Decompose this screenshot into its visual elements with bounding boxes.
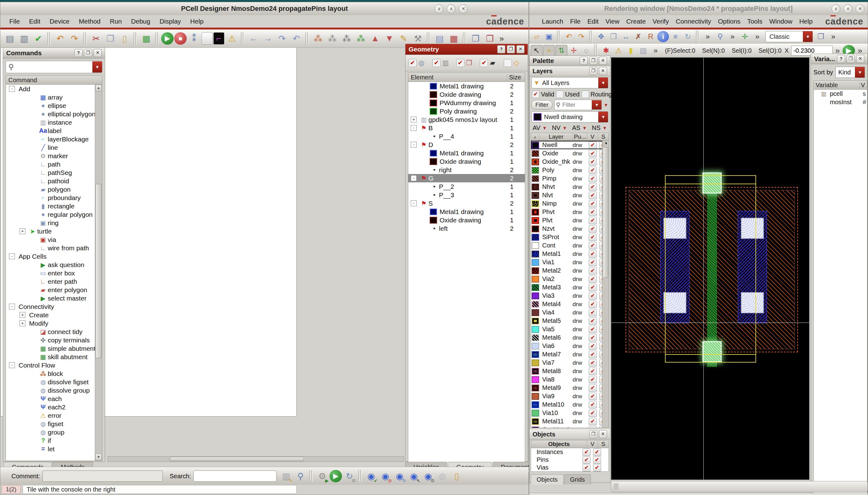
panel-tab[interactable]: Objects — [531, 474, 564, 484]
variables-table-header[interactable]: Variable V — [813, 80, 867, 90]
close-button[interactable]: ✕ — [94, 49, 102, 57]
visible-checkbox[interactable]: ✔ — [589, 292, 597, 300]
eye-block-icon[interactable]: ◉⊘ — [378, 469, 392, 483]
hatch-disabled-icon[interactable]: ▨ — [637, 45, 649, 56]
pin-filter[interactable]: ✔ ▰ — [480, 59, 501, 67]
edit-cell-icon[interactable]: ✎ — [397, 32, 410, 45]
layer-filter-check[interactable]: ✔ Valid — [532, 90, 554, 98]
instance-filter[interactable]: ✔ ▥ — [432, 59, 453, 67]
tree-item[interactable]: Ψ each2 — [6, 403, 102, 411]
expander-icon[interactable]: - — [9, 304, 15, 309]
scrollbar-thumb[interactable] — [95, 184, 102, 358]
layer-row[interactable]: Metal7 drw ✔ ✔ — [531, 350, 608, 359]
expander-icon[interactable]: + — [19, 312, 25, 318]
search-dropdown-button[interactable]: ▼ — [92, 62, 102, 72]
layer-row[interactable]: Metal6 drw ✔ ✔ — [531, 334, 608, 342]
visible-checkbox[interactable]: ✔ — [589, 384, 597, 392]
geometry-item[interactable]: Oxide drawing 2 — [408, 90, 525, 99]
tree-item[interactable]: - Connectivity — [6, 302, 102, 311]
menu-item[interactable]: Method — [74, 15, 105, 28]
visible-checkbox[interactable]: ✔ — [589, 192, 597, 199]
tree-item[interactable]: + Modify — [6, 319, 102, 327]
layer-row[interactable]: Plvt drw ✔ ✔ — [531, 216, 608, 224]
panel-tab[interactable]: Grids — [564, 474, 591, 484]
variable-row[interactable]: mosInst # — [814, 98, 867, 106]
nav-forward-icon[interactable]: → — [261, 32, 274, 45]
create-via-icon[interactable]: ✛ — [739, 31, 751, 42]
tree-item[interactable]: ▮ rectangle — [6, 202, 102, 210]
menu-item[interactable]: Options — [714, 15, 744, 28]
close-button[interactable]: ✕ — [516, 45, 525, 53]
stop-check-icon[interactable]: ✱ — [600, 45, 612, 56]
visible-checkbox[interactable]: ✔ — [589, 368, 597, 375]
close-button[interactable]: ✕ — [855, 4, 865, 13]
layers-filter[interactable]: ✔ ❐ — [456, 59, 477, 67]
geometry-item[interactable]: - ⚑ D 2 — [408, 140, 525, 149]
tree-item[interactable]: + ➤ turtle — [6, 227, 102, 235]
tree-item[interactable]: ◍ group — [6, 428, 102, 437]
tree-item[interactable]: ∟ path — [6, 160, 102, 168]
expander-icon[interactable]: - — [9, 362, 15, 368]
tree-item[interactable]: ◍ dissolve group — [6, 386, 102, 394]
tree-item[interactable]: ▣ via — [6, 235, 102, 244]
tree-item[interactable]: ▦ simple abutment — [6, 344, 102, 353]
visibility-button[interactable]: NS ▼ — [592, 124, 607, 132]
visible-checkbox[interactable]: ✔ — [589, 342, 597, 350]
cut-icon[interactable]: ✂ — [89, 32, 103, 45]
geometry-tree-header[interactable]: Element Size — [408, 72, 525, 82]
visible-checkbox[interactable]: ✔ — [589, 150, 597, 157]
dropdown-arrow-icon[interactable]: ▼ — [562, 125, 567, 131]
open-icon[interactable]: ▱ — [531, 31, 543, 42]
tree-item[interactable]: ◍ figset — [6, 420, 102, 428]
visible-checkbox[interactable]: ✔ — [589, 326, 597, 333]
unlock-icon[interactable]: ▯ — [450, 469, 463, 483]
layer-row[interactable]: Nimp drw ✔ ✔ — [531, 200, 608, 208]
copy-icon[interactable]: ❐ — [104, 32, 117, 45]
menu-item[interactable]: Device — [45, 15, 74, 28]
origin-cross-icon[interactable]: ✛ — [568, 45, 580, 56]
visible-checkbox[interactable]: ✔ — [589, 317, 597, 325]
visible-checkbox[interactable]: ✔ — [589, 426, 597, 428]
tree-item[interactable]: ▦ skill abutment — [6, 353, 102, 361]
hierarchy-select-icon[interactable]: ⁂ — [325, 32, 339, 45]
tree-item[interactable]: ▶ select master — [6, 294, 102, 302]
tree-item[interactable]: ◪ connect tidy — [6, 327, 102, 336]
stop-icon[interactable]: ■ — [174, 32, 187, 45]
layer-row[interactable]: Metal3 drw ✔ ✔ — [531, 283, 608, 292]
overflow-chevron[interactable]: » — [702, 31, 714, 42]
palette-window-icon[interactable]: ▦ — [447, 32, 461, 45]
visible-checkbox[interactable]: ✔ — [589, 234, 597, 241]
checkbox[interactable]: ✔ — [456, 59, 464, 67]
geometry-item[interactable]: ▪ P__2 1 — [408, 182, 525, 191]
nav-back-icon[interactable]: ← — [247, 32, 260, 45]
layer-row[interactable]: Nzvt drw ✔ ✔ — [531, 224, 608, 233]
scrollbar-grip[interactable] — [614, 483, 618, 490]
tree-item[interactable]: ⚠ error — [6, 411, 102, 420]
commands-scrollbar[interactable]: ▲ ▼ — [95, 85, 102, 461]
tree-item[interactable]: ⁂ block — [6, 370, 102, 378]
layer-filter-check[interactable]: ✔ Routing — [582, 90, 612, 98]
close-button[interactable]: ✕ — [599, 67, 607, 75]
visible-checkbox[interactable]: ✔ — [589, 225, 597, 233]
tree-item[interactable]: Aa label — [6, 126, 102, 135]
float-button[interactable]: ❐ — [847, 55, 855, 63]
repeat-icon[interactable]: ↻ — [682, 31, 694, 42]
visible-checkbox[interactable]: ✔ — [583, 464, 590, 472]
overflow-chevron[interactable]: » — [827, 31, 839, 42]
object-row[interactable]: Pins ✔ ✔ — [531, 456, 608, 464]
checkbox[interactable]: ✔ — [532, 90, 539, 98]
expander-icon[interactable]: - — [9, 253, 15, 259]
help-button[interactable]: ? — [74, 49, 83, 57]
menu-item[interactable]: Help — [186, 15, 208, 28]
variable-row[interactable]: ▥ pcell s — [814, 90, 867, 98]
layer-row[interactable]: Via3 drw ✔ ✔ — [531, 292, 608, 300]
layer-row[interactable]: Via9 drw ✔ ✔ — [531, 392, 608, 400]
expander-icon[interactable]: - — [411, 125, 417, 131]
route-filter[interactable]: ✔ ◇ — [504, 59, 525, 67]
close-button[interactable]: ✕ — [599, 57, 607, 65]
tree-item[interactable]: ▦ array — [6, 93, 102, 101]
menu-item[interactable]: Verify — [649, 15, 672, 28]
layout-canvas[interactable] — [611, 57, 810, 480]
overflow-chevron[interactable]: » — [727, 31, 739, 42]
maximize-button[interactable]: ∧ — [447, 4, 456, 13]
